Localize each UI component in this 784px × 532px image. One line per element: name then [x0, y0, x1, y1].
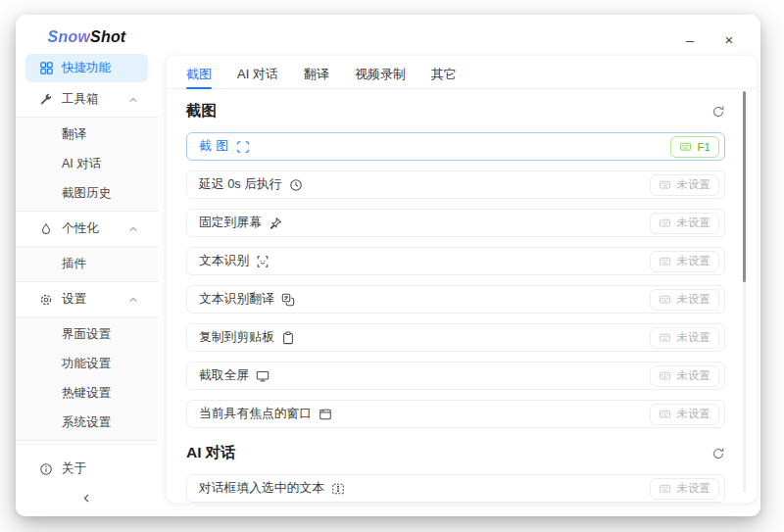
hotkey-badge[interactable]: 未设置 [650, 404, 720, 425]
hotkey-row-ocr[interactable]: 文本识别 [186, 247, 725, 275]
select-text-icon [331, 482, 345, 496]
hotkey-row-screenshot[interactable]: 截 图 F1 [186, 132, 725, 161]
keyboard-icon [659, 217, 671, 229]
keyboard-icon [659, 178, 671, 191]
chevron-up-icon [128, 224, 138, 234]
clipboard-icon [281, 331, 295, 345]
tab-translate[interactable]: 翻译 [304, 60, 329, 88]
desktop: – × SnowShot 快捷功能 工具箱 [0, 0, 784, 532]
screenshot-icon [236, 140, 250, 154]
hotkey-value: 未设置 [677, 216, 711, 230]
keyboard-icon [659, 293, 671, 306]
sidebar-item-label: 翻译 [62, 126, 138, 143]
section-title: 截图 [186, 101, 217, 121]
sidebar-item-settings[interactable]: 设置 [25, 285, 148, 314]
hotkey-value: 未设置 [677, 407, 711, 421]
sidebar: SnowShot 快捷功能 工具箱 [16, 15, 158, 516]
row-label: 文本识别 [199, 253, 249, 269]
sidebar-item-about[interactable]: 关于 [25, 455, 148, 483]
close-button[interactable]: × [717, 28, 741, 50]
sidebar-item-toolbox[interactable]: 工具箱 [25, 85, 148, 114]
sidebar-item-screenshot-history[interactable]: 截图历史 [25, 179, 148, 208]
tab-ai-chat[interactable]: AI 对话 [237, 60, 278, 88]
row-label: 对话框填入选中的文本 [199, 480, 324, 497]
section-title: AI 对话 [186, 443, 236, 463]
sidebar-divider [16, 444, 158, 445]
sidebar-item-label: AI 对话 [62, 156, 138, 172]
gear-icon [38, 292, 54, 308]
hotkey-row-fill-selected-text[interactable]: 对话框填入选中的文本 未设置 [186, 474, 725, 503]
tab-other[interactable]: 其它 [431, 60, 457, 88]
hotkey-badge[interactable]: 未设置 [650, 251, 720, 272]
hotkey-row-fullscreen-capture[interactable]: 截取全屏 未设置 [186, 362, 725, 390]
hotkey-badge[interactable]: 未设置 [650, 289, 720, 311]
sidebar-collapse-button[interactable] [16, 486, 158, 510]
row-label: 截 图 [199, 138, 229, 155]
hotkey-row-copy-to-clipboard[interactable]: 复制到剪贴板 未设置 [186, 323, 725, 352]
monitor-icon [256, 369, 270, 383]
row-label: 文本识别翻译 [199, 291, 274, 308]
sidebar-item-ai-chat[interactable]: AI 对话 [25, 150, 148, 178]
sidebar-item-label: 插件 [62, 256, 138, 272]
tab-video-record[interactable]: 视频录制 [355, 60, 406, 88]
hotkey-row-focused-window[interactable]: 当前具有焦点的窗口 未设置 [186, 400, 725, 428]
hotkey-value: F1 [698, 141, 710, 153]
tab-bar: 截图 AI 对话 翻译 视频录制 其它 [167, 56, 757, 89]
minimize-button[interactable]: – [678, 28, 702, 50]
row-label: 固定到屏幕 [199, 215, 262, 231]
pin-icon [269, 217, 282, 230]
logo-part-snow: Snow [48, 28, 90, 46]
sidebar-item-label: 系统设置 [62, 414, 138, 431]
row-label: 截取全屏 [199, 367, 249, 384]
scrollbar-thumb[interactable] [743, 91, 746, 282]
hotkey-badge[interactable]: 未设置 [650, 174, 720, 196]
hotkey-badge[interactable]: F1 [670, 136, 719, 158]
sidebar-item-function-settings[interactable]: 功能设置 [25, 350, 148, 378]
sidebar-item-system-settings[interactable]: 系统设置 [25, 409, 148, 437]
ocr-icon [256, 255, 270, 268]
sidebar-item-interface-settings[interactable]: 界面设置 [25, 320, 148, 349]
toolbox-submenu: 翻译 AI 对话 截图历史 [16, 117, 158, 212]
hotkey-row-pin-to-screen[interactable]: 固定到屏幕 未设置 [186, 209, 725, 237]
hotkey-value: 未设置 [677, 254, 711, 268]
main-area: 截图 AI 对话 翻译 视频录制 其它 截图 截 图 [158, 15, 760, 516]
row-label: 当前具有焦点的窗口 [199, 406, 312, 422]
personalization-submenu: 插件 [16, 246, 158, 282]
snowshot-window: – × SnowShot 快捷功能 工具箱 [16, 15, 760, 516]
scrollbar-track[interactable] [743, 91, 746, 493]
content-card: 截图 AI 对话 翻译 视频录制 其它 截图 截 图 [167, 56, 757, 503]
sidebar-item-translate[interactable]: 翻译 [25, 121, 148, 149]
hotkey-value: 未设置 [677, 177, 711, 192]
keyboard-icon [659, 408, 671, 420]
sidebar-item-hotkey-settings[interactable]: 热键设置 [25, 379, 148, 408]
tab-screenshot[interactable]: 截图 [186, 60, 212, 88]
reload-icon[interactable] [711, 105, 725, 119]
sidebar-item-label: 热键设置 [62, 385, 138, 402]
reload-icon[interactable] [711, 447, 725, 460]
hotkey-row-ocr-translate[interactable]: 文本识别翻译 未设置 [186, 285, 725, 314]
hotkey-badge[interactable]: 未设置 [650, 213, 720, 234]
keyboard-icon [679, 140, 692, 153]
keyboard-icon [659, 482, 671, 495]
sidebar-item-personalization[interactable]: 个性化 [25, 215, 148, 243]
keyboard-icon [659, 331, 671, 344]
section-header-screenshot: 截图 [186, 101, 725, 121]
paint-icon [38, 221, 54, 237]
row-label: 复制到剪贴板 [199, 329, 274, 346]
hotkey-badge[interactable]: 未设置 [650, 365, 720, 387]
appstore-icon [38, 61, 54, 76]
hotkey-value: 未设置 [677, 330, 711, 345]
hotkey-row-delay-execute[interactable]: 延迟 0s 后执行 未设置 [186, 170, 725, 199]
sidebar-item-label: 设置 [62, 291, 128, 308]
hotkey-badge[interactable]: 未设置 [650, 327, 720, 349]
hotkey-value: 未设置 [677, 481, 711, 496]
hotkey-badge[interactable]: 未设置 [650, 478, 720, 500]
logo-part-shot: Shot [90, 28, 125, 46]
sidebar-item-quick-functions[interactable]: 快捷功能 [25, 54, 148, 82]
sidebar-menu: 快捷功能 工具箱 翻译 AI 对话 [16, 50, 158, 444]
sidebar-footer-menu: 关于 [16, 451, 158, 486]
row-label: 延迟 0s 后执行 [199, 176, 282, 193]
hotkey-value: 未设置 [677, 368, 711, 383]
sidebar-item-label: 工具箱 [62, 91, 128, 108]
sidebar-item-plugins[interactable]: 插件 [25, 250, 148, 278]
